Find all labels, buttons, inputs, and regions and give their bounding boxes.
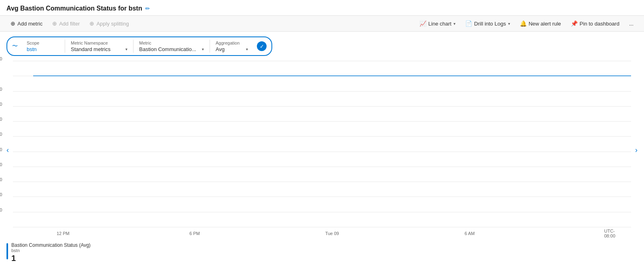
divider-2 <box>133 40 133 53</box>
drill-logs-label: Drill into Logs <box>474 21 506 27</box>
scope-input[interactable] <box>27 46 59 52</box>
chart-container: ‹ › 1.10 1 0.90 0.80 <box>6 61 638 239</box>
add-filter-icon: ⊕ <box>52 20 57 27</box>
drill-logs-dropdown-arrow: ▾ <box>508 21 510 26</box>
alert-rule-icon: 🔔 <box>520 20 527 27</box>
more-options-label: ... <box>629 21 633 27</box>
edit-title-icon[interactable]: ✏ <box>145 5 150 12</box>
metric-label: Metric <box>139 41 204 45</box>
x-label-12pm: 12 PM <box>57 231 70 236</box>
line-chart-icon: 📈 <box>419 20 426 27</box>
aggregation-field: Aggregation Avg Min Max Sum Count <box>211 41 253 52</box>
legend-title: Bastion Communication Status (Avg) <box>11 242 91 248</box>
x-label-tue09: Tue 09 <box>325 231 339 236</box>
y-label-040: 0.40 <box>0 162 2 167</box>
toolbar-left: ⊕ Add metric ⊕ Add filter ⊕ Apply splitt… <box>6 18 133 29</box>
apply-splitting-icon: ⊕ <box>89 20 94 27</box>
namespace-label: Metric Namespace <box>71 41 127 45</box>
metric-row: 〜 Scope Metric Namespace Standard metric… <box>6 36 272 56</box>
alert-rule-label: New alert rule <box>529 21 561 27</box>
scope-field: Scope <box>22 41 64 52</box>
add-metric-label: Add metric <box>17 21 42 27</box>
namespace-select-wrapper: Standard metrics <box>71 46 127 52</box>
aggregation-select-wrapper: Avg Min Max Sum Count <box>216 46 248 52</box>
y-label-010: 0.10 <box>0 207 2 212</box>
aggregation-label: Aggregation <box>216 41 248 45</box>
grid-line-0: 0 <box>13 227 631 227</box>
apply-splitting-button[interactable]: ⊕ Apply splitting <box>85 18 133 29</box>
line-chart-button[interactable]: 📈 Line chart ▾ <box>415 18 460 29</box>
divider-1 <box>65 40 65 53</box>
chart-nav-left[interactable]: ‹ <box>6 146 9 154</box>
pin-dashboard-icon: 📌 <box>571 20 578 27</box>
chart-area: ‹ › 1.10 1 0.90 0.80 <box>0 61 644 239</box>
chart-svg <box>33 61 631 227</box>
y-label-070: 0.70 <box>0 117 2 122</box>
metric-row-icon: 〜 <box>12 43 18 50</box>
legend-color-bar <box>6 243 8 259</box>
line-chart-dropdown-arrow: ▾ <box>453 21 455 26</box>
page-title: Avg Bastion Communication Status for bst… <box>6 5 142 12</box>
namespace-select[interactable]: Standard metrics <box>71 46 127 52</box>
apply-splitting-label: Apply splitting <box>96 21 129 27</box>
legend-text: Bastion Communication Status (Avg) bstn … <box>11 242 91 263</box>
metric-bar: 〜 Scope Metric Namespace Standard metric… <box>0 32 644 61</box>
add-metric-button[interactable]: ⊕ Add metric <box>6 18 47 29</box>
legend-subtitle: bstn <box>11 248 91 253</box>
line-chart-label: Line chart <box>428 21 451 27</box>
add-filter-button[interactable]: ⊕ Add filter <box>48 18 84 29</box>
pin-to-dashboard-button[interactable]: 📌 Pin to dashboard <box>567 18 623 29</box>
chart-legend: Bastion Communication Status (Avg) bstn … <box>0 239 644 268</box>
y-label-060: 0.60 <box>0 132 2 137</box>
pin-dashboard-label: Pin to dashboard <box>580 21 619 27</box>
divider-3 <box>210 40 210 53</box>
toolbar-right: 📈 Line chart ▾ 📄 Drill into Logs ▾ 🔔 New… <box>415 18 638 29</box>
namespace-field: Metric Namespace Standard metrics <box>66 41 132 52</box>
y-label-050: 0.50 <box>0 147 2 152</box>
aggregation-select[interactable]: Avg Min Max Sum Count <box>216 46 248 52</box>
toolbar: ⊕ Add metric ⊕ Add filter ⊕ Apply splitt… <box>0 15 644 32</box>
x-label-6pm: 6 PM <box>189 231 200 236</box>
add-filter-label: Add filter <box>59 21 80 27</box>
metric-confirm-check[interactable]: ✓ <box>257 41 267 51</box>
more-options-button[interactable]: ... <box>625 19 638 29</box>
y-label-030: 0.30 <box>0 177 2 182</box>
metric-select-wrapper: Bastion Communicatio... <box>139 46 204 52</box>
x-label-utc: UTC-08:00 <box>604 229 622 238</box>
y-label-020: 0.20 <box>0 192 2 197</box>
x-axis: 12 PM 6 PM Tue 09 6 AM UTC-08:00 <box>33 228 631 239</box>
chart-plot-area: 1.10 1 0.90 0.80 0.70 <box>13 61 631 227</box>
x-label-6am: 6 AM <box>464 231 475 236</box>
drill-into-logs-button[interactable]: 📄 Drill into Logs ▾ <box>461 18 514 29</box>
scope-label: Scope <box>27 41 59 45</box>
metric-field: Metric Bastion Communicatio... <box>134 41 209 52</box>
page-header: Avg Bastion Communication Status for bst… <box>0 0 644 15</box>
drill-logs-icon: 📄 <box>465 20 472 27</box>
y-label-080: 0.80 <box>0 102 2 107</box>
legend-value: 1 <box>11 254 91 263</box>
add-metric-icon: ⊕ <box>11 20 15 27</box>
new-alert-rule-button[interactable]: 🔔 New alert rule <box>516 18 565 29</box>
y-label-090: 0.90 <box>0 87 2 92</box>
chart-nav-right[interactable]: › <box>635 146 638 154</box>
y-label-110: 1.10 <box>0 56 2 61</box>
metric-select[interactable]: Bastion Communicatio... <box>139 46 204 52</box>
